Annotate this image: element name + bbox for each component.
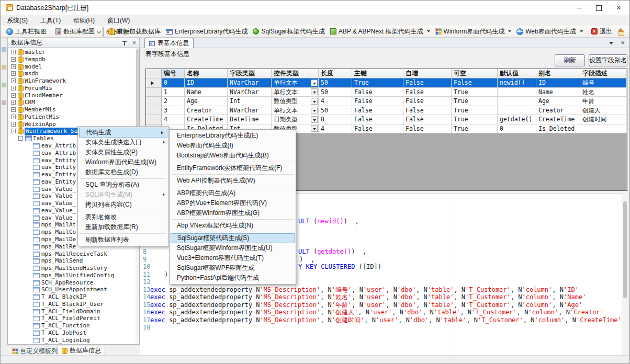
- code-scrollbar[interactable]: [622, 193, 627, 355]
- context-menu-item-8[interactable]: 拷贝列表内容(C): [78, 200, 168, 210]
- context-menu-item-4[interactable]: 数据库文档生成(D): [78, 167, 168, 177]
- submenu-item-10[interactable]: ABP框架Winform界面生成(G): [170, 208, 296, 218]
- tree-expand-glyph[interactable]: +: [11, 78, 16, 83]
- grid-column-header[interactable]: 控件类型: [272, 69, 319, 78]
- tree-expand-glyph[interactable]: +: [11, 115, 16, 119]
- submenu-item-12[interactable]: Abp VNext框架代码生成(N): [170, 221, 296, 231]
- menubar-item-2[interactable]: 帮助(H): [67, 15, 101, 26]
- tree-row[interactable]: T_ACL_FieldPermit: [8, 315, 139, 322]
- submenu-item-17[interactable]: SqlSugar框架WPF界面生成: [170, 263, 296, 273]
- grid-column-header[interactable]: 自增: [403, 69, 452, 78]
- collapsed-side-strip[interactable]: [1, 38, 7, 355]
- toolbar-home-button[interactable]: [615, 27, 627, 36]
- grid-row[interactable]: 0IDNVarChar单行文本50TrueFalseFalsenewid()ID…: [146, 78, 627, 88]
- toolbar-web-button[interactable]: Web界面代码生成: [514, 26, 585, 37]
- toolbar-feed-button[interactable]: [627, 27, 630, 36]
- menubar-item-0[interactable]: 系统(S): [1, 15, 34, 26]
- context-menu-item-0[interactable]: 代码生成: [79, 128, 167, 138]
- row-selector-cell[interactable]: [146, 88, 162, 97]
- tree-expand-glyph[interactable]: +: [11, 71, 16, 76]
- row-selector-cell[interactable]: [146, 78, 162, 88]
- close-button[interactable]: [607, 1, 630, 15]
- tree-row[interactable]: mps_MailSend: [8, 257, 139, 265]
- control-type-dropdown[interactable]: [311, 116, 318, 123]
- context-menu-item-13[interactable]: 刷新数据库列表: [78, 235, 168, 245]
- tree-row[interactable]: T_ACL_LoginLog: [8, 337, 139, 344]
- context-menu-item-3[interactable]: Winform界面代码生成(W): [78, 157, 168, 167]
- grid-column-header[interactable]: 默认值: [498, 69, 536, 78]
- toolbar-enterpriselibrary-button[interactable]: EnterpriseLibrary代码生成: [163, 26, 250, 37]
- submenu-item-0[interactable]: EnterpriseLibrary代码生成(E): [170, 131, 296, 141]
- menubar-item-3[interactable]: 窗口(W): [101, 15, 136, 26]
- tree-expand-glyph[interactable]: +: [11, 93, 16, 98]
- tree-row[interactable]: +WinFramework: [8, 77, 139, 85]
- toolbar-sqlsugar-button[interactable]: SqlSugar框架代码生成: [250, 26, 327, 37]
- tree-row[interactable]: +master: [8, 49, 139, 56]
- tree-row[interactable]: +CRM: [8, 99, 139, 106]
- tree-row[interactable]: +model: [8, 63, 139, 71]
- tree-expand-glyph[interactable]: -: [11, 129, 16, 133]
- grid-column-header[interactable]: 别名: [536, 69, 580, 78]
- tree-expand-glyph[interactable]: +: [11, 122, 16, 127]
- grid-column-header[interactable]: 字段描述: [580, 69, 627, 78]
- tree-row[interactable]: +CloudMember: [8, 92, 139, 99]
- tab-database-info[interactable]: 数据库信息: [58, 346, 105, 356]
- tree-expand-glyph[interactable]: +: [11, 86, 16, 90]
- context-menu-item-1[interactable]: 实体类生成快速入口: [78, 138, 168, 147]
- grid-column-header[interactable]: 可空: [452, 69, 498, 78]
- tree-row[interactable]: SCH_UserAppointment: [8, 286, 139, 293]
- row-selector-cell[interactable]: [146, 115, 162, 124]
- submenu-item-15[interactable]: SqlSugar框架Winform界面生成(U): [170, 243, 296, 253]
- tree-row[interactable]: T_ACL_Function: [8, 322, 139, 329]
- context-menu-item-11[interactable]: 重新加载数据库(R): [78, 222, 168, 232]
- toolbar-view-button[interactable]: 工具栏视图: [4, 26, 49, 37]
- control-type-dropdown[interactable]: [311, 79, 318, 86]
- context-menu-item-7[interactable]: SQL语句生成(M): [78, 190, 168, 200]
- tree-row[interactable]: T_ACL_FieldDomain: [8, 308, 139, 315]
- tree-row[interactable]: +ForumMis: [8, 85, 139, 92]
- submenu-item-1[interactable]: Web界面代码生成(I): [170, 141, 296, 151]
- tree-expand-glyph[interactable]: +: [11, 64, 16, 69]
- tree-row[interactable]: mps_MailReceiveTask: [8, 251, 139, 258]
- grid-row[interactable]: 2AgeInt数值类型4FalseFalseTrueAge年龄: [146, 97, 627, 106]
- document-close-icon[interactable]: ×: [621, 38, 625, 48]
- refresh-button[interactable]: 刷新: [555, 54, 585, 66]
- row-selector-cell[interactable]: [146, 106, 162, 116]
- tree-expand-glyph[interactable]: +: [11, 107, 16, 112]
- grid-column-header[interactable]: 主键: [352, 69, 403, 78]
- tree-row[interactable]: +msdb: [8, 70, 139, 77]
- panel-close-icon[interactable]: ×: [132, 39, 136, 48]
- toolbar-winform-button[interactable]: Winform界面代码生成: [433, 26, 514, 37]
- tree-row[interactable]: mps_MailSendHistory: [8, 265, 139, 272]
- submenu-item-9[interactable]: ABP的Vue+Element界面代码(V): [170, 198, 296, 208]
- tree-row[interactable]: T_ACL_JobPost: [8, 329, 139, 337]
- grid-column-header[interactable]: 长度: [319, 69, 352, 78]
- grid-column-header[interactable]: 名称: [185, 69, 228, 78]
- grid-column-header[interactable]: 编号: [162, 69, 185, 78]
- toolbar-exit-button[interactable]: 退出: [589, 26, 615, 37]
- toolbar-abp-button[interactable]: ABP & ABPNext 框架代码生成: [328, 26, 433, 37]
- submenu-item-16[interactable]: Vue3+Element界面代码生成(T): [170, 253, 296, 263]
- context-menu-item-10[interactable]: 表别名修改: [78, 212, 168, 222]
- menubar-item-1[interactable]: 工具(T): [34, 15, 67, 26]
- scrollbar-thumb[interactable]: [623, 201, 627, 298]
- toolbar-dbconfig-button[interactable]: 数据库配置: [52, 26, 97, 37]
- grid-row[interactable]: 4CreateTimeDateTime日期类型8FalseFalseTruege…: [146, 115, 627, 124]
- submenu-item-4[interactable]: EntityFramework实体框架代码生成(F): [170, 163, 296, 173]
- set-field-alias-button[interactable]: 设置字段别名: [589, 54, 627, 66]
- tree-expand-glyph[interactable]: -: [18, 136, 23, 141]
- database-type-select[interactable]: sqlserver: [103, 27, 104, 37]
- submenu-item-8[interactable]: ABP框架代码生成(A): [170, 188, 296, 198]
- submenu-item-2[interactable]: Bootstrap的Web界面代码生成(B): [170, 151, 296, 161]
- tree-row[interactable]: SCH_AppResource: [8, 279, 139, 287]
- submenu-item-18[interactable]: Python+FastApi后端代码生成: [170, 273, 296, 283]
- row-selector-cell[interactable]: [146, 97, 162, 106]
- grid-row[interactable]: 1NameNVarChar单行文本50FalseFalseTrueName姓名: [146, 88, 627, 97]
- tree-expand-glyph[interactable]: +: [11, 57, 16, 62]
- grid-column-header[interactable]: 字段类型: [228, 69, 272, 78]
- tree-row[interactable]: +tempdb: [8, 56, 139, 63]
- control-type-dropdown[interactable]: [311, 88, 318, 95]
- grid-row[interactable]: 3CreatorNVarChar单行文本50FalseFalseTrueCrea…: [146, 106, 627, 116]
- tree-row[interactable]: +PatientMis: [8, 113, 139, 121]
- context-menu-item-2[interactable]: 实体类属性生成(P): [78, 147, 168, 157]
